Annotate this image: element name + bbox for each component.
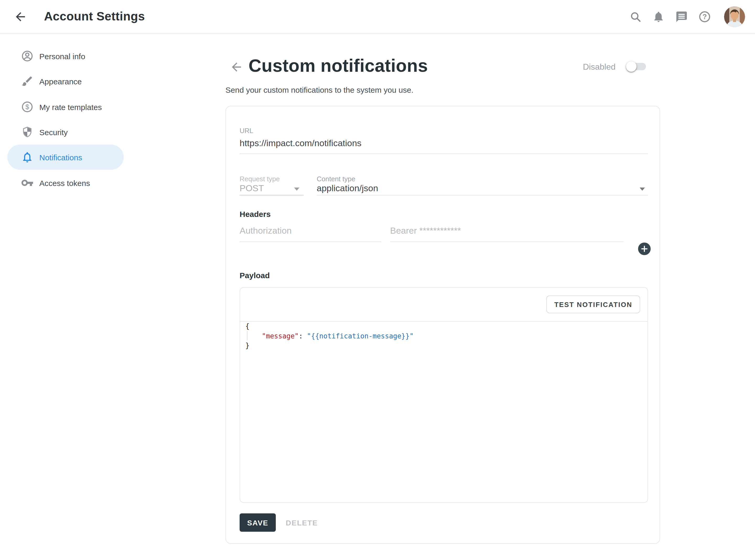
payload-heading: Payload [239,271,270,280]
svg-text:?: ? [702,13,707,21]
sidebar-item-access-tokens[interactable]: Access tokens [7,170,124,195]
payload-editor[interactable]: { "message": "{{notification-message}}" … [240,321,647,503]
back-arrow-icon [14,10,27,24]
avatar-photo [724,6,745,27]
content-type-underline [317,195,648,195]
page-title: Custom notifications [249,56,428,76]
app-title: Account Settings [44,9,145,24]
code-key: "message" [262,332,299,340]
back-arrow-icon [230,60,243,74]
chat-button[interactable] [675,11,688,23]
toggle-label: Disabled [583,62,616,72]
notifications-button[interactable] [652,11,665,23]
header-value-input[interactable] [390,223,623,239]
request-type-underline [239,195,304,195]
sidebar-item-label: Notifications [39,153,82,162]
app-bar-actions: ? [629,0,745,34]
header-key-input[interactable] [239,223,381,239]
brush-icon [21,75,34,87]
sidebar-item-label: Appearance [39,77,82,86]
headers-heading: Headers [239,209,271,218]
sidebar-item-notifications[interactable]: Notifications [7,145,124,170]
indent-guide [247,331,248,340]
page: Account Settings [0,0,755,560]
person-circle-icon [21,50,34,62]
request-type-label: Request type [239,175,280,183]
save-button[interactable]: SAVE [239,513,276,532]
dollar-circle-icon: $ [21,101,34,113]
code-line-open: { [245,322,250,330]
sidebar-item-my-rate-templates[interactable]: $ My rate templates [7,94,124,119]
sidebar-item-label: Personal info [39,52,85,60]
sidebar-item-label: My rate templates [39,102,102,111]
sidebar-item-security[interactable]: Security [7,119,124,145]
help-icon: ? [698,11,711,23]
test-notification-button[interactable]: TEST NOTIFICATION [547,296,640,313]
sidebar-item-label: Security [39,127,67,137]
chat-icon [675,11,688,23]
url-underline [239,154,648,154]
content-type-caret-icon [640,187,645,191]
shield-icon [21,126,34,138]
sidebar-item-personal-info[interactable]: Personal info [7,43,124,68]
plus-icon [641,245,648,253]
toggle-knob [626,61,637,72]
url-input[interactable] [239,135,648,152]
code-separator: : [299,332,307,340]
svg-text:$: $ [25,103,29,111]
app-bar: Account Settings [0,0,755,34]
avatar[interactable] [724,6,745,27]
sidebar: Personal info Appearance $ My rate templ… [0,34,157,560]
content-type-select[interactable]: application/json [317,183,378,194]
request-type-select[interactable]: POST [239,183,264,194]
sidebar-item-appearance[interactable]: Appearance [7,68,124,94]
delete-button[interactable]: DELETE [280,513,323,532]
enabled-toggle[interactable] [627,63,646,70]
content-type-label: Content type [317,175,355,183]
search-button[interactable] [629,11,642,23]
header-key-underline [239,241,381,242]
header-value-underline [390,241,623,242]
help-button[interactable]: ? [698,11,711,23]
page-subtitle: Send your custom notifications to the sy… [226,85,413,94]
code-line-close: } [245,342,250,349]
app-back-button[interactable] [14,10,27,24]
search-icon [630,11,641,23]
add-header-button[interactable] [638,243,651,255]
payload-box: TEST NOTIFICATION { "message": "{{notifi… [239,287,648,503]
sidebar-item-label: Access tokens [39,178,90,187]
request-type-caret-icon [294,187,299,191]
key-icon [21,177,34,189]
code-value: "{{notification-message}}" [307,332,414,340]
bell-icon [652,11,665,23]
notification-form-card: URL Request type POST Content type appli… [226,106,660,544]
page-back-button[interactable] [230,60,243,74]
url-label: URL [239,127,253,135]
bell-outline-icon [21,151,34,163]
